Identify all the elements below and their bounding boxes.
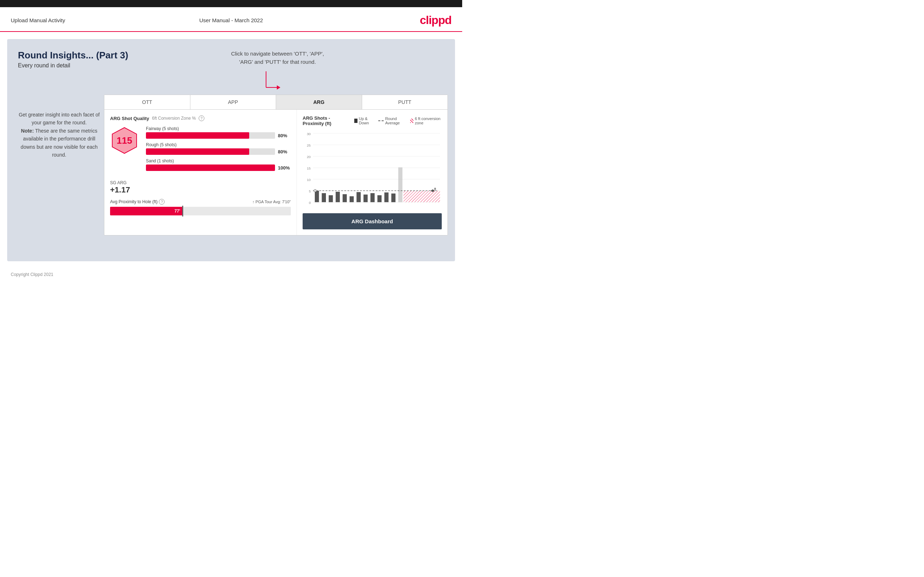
svg-rect-21 <box>336 192 340 202</box>
svg-rect-25 <box>363 195 368 202</box>
legend-roundavg-icon <box>378 121 384 121</box>
svg-text:20: 20 <box>307 155 311 159</box>
shot-row-fairway: Fairway (5 shots) 80% <box>146 126 291 139</box>
sg-section: SG ARG +1.17 <box>110 180 291 195</box>
footer: Copyright Clippd 2021 <box>0 268 462 280</box>
shot-quality-bars: Fairway (5 shots) 80% Rough (5 shots) <box>146 126 291 174</box>
sand-pct: 100% <box>278 165 291 171</box>
arg-dashboard-button[interactable]: ARG Dashboard <box>303 213 442 229</box>
sg-value: +1.17 <box>110 185 291 195</box>
chart-area: 0 5 10 15 20 25 30 <box>303 130 442 210</box>
svg-text:5: 5 <box>309 189 310 193</box>
svg-rect-26 <box>370 193 375 202</box>
svg-text:25: 25 <box>307 143 311 147</box>
hex-score-row: 115 Fairway (5 shots) 80% <box>110 126 291 174</box>
legend-conversion-label: 6 ft conversion zone <box>415 116 442 125</box>
svg-rect-19 <box>321 193 326 202</box>
legend-updown-label: Up & Down <box>359 116 374 125</box>
pga-avg-label: ↑ PGA Tour Avg: 7'10" <box>252 200 291 204</box>
rough-bar-fill <box>146 148 249 155</box>
svg-text:8: 8 <box>434 187 436 191</box>
sg-label: SG ARG <box>110 180 291 185</box>
chart-title: ARG Shots - Proximity (ft) <box>303 115 347 126</box>
rough-pct: 80% <box>278 149 291 155</box>
tab-arg[interactable]: ARG <box>276 95 362 109</box>
hex-score-container: 115 <box>110 126 139 155</box>
svg-rect-20 <box>329 195 333 202</box>
legend-roundavg-label: Round Average <box>385 116 406 125</box>
dashboard-panel: OTT APP ARG PUTT ARG Shot Quality 6ft Co… <box>104 95 448 235</box>
svg-text:30: 30 <box>307 132 311 136</box>
panel-content: ARG Shot Quality 6ft Conversion Zone % ?… <box>104 110 447 235</box>
proximity-bar-fill: 77' <box>110 207 183 215</box>
svg-rect-30 <box>398 168 403 202</box>
section-header: ARG Shot Quality 6ft Conversion Zone % ? <box>110 115 291 121</box>
clippd-logo: clippd <box>420 14 451 27</box>
svg-rect-27 <box>378 195 382 202</box>
arg-chart: 0 5 10 15 20 25 30 <box>303 130 442 209</box>
svg-rect-32 <box>403 191 440 202</box>
hex-score-value: 115 <box>116 135 132 146</box>
manual-date-label: User Manual - March 2022 <box>199 17 263 23</box>
proximity-value: 77' <box>174 209 180 214</box>
copyright-label: Copyright Clippd 2021 <box>11 272 53 277</box>
header: Upload Manual Activity User Manual - Mar… <box>0 7 462 32</box>
svg-rect-22 <box>343 194 347 202</box>
proximity-bar-container: 77' <box>110 207 291 215</box>
upload-manual-label: Upload Manual Activity <box>11 17 65 23</box>
svg-rect-24 <box>356 192 361 202</box>
sand-bar-fill <box>146 164 275 171</box>
fairway-pct: 80% <box>278 133 291 139</box>
legend-conversion-icon <box>410 119 414 123</box>
svg-rect-28 <box>384 192 389 202</box>
sand-bar-container <box>146 164 275 171</box>
tab-app[interactable]: APP <box>191 95 276 109</box>
legend-updown: Up & Down <box>354 116 374 125</box>
navigate-hint: Click to navigate between 'OTT', 'APP', … <box>231 50 324 66</box>
left-section: ARG Shot Quality 6ft Conversion Zone % ?… <box>104 110 297 235</box>
main-content: Round Insights... (Part 3) Every round i… <box>7 39 455 261</box>
svg-text:10: 10 <box>307 178 311 182</box>
svg-rect-29 <box>391 193 396 202</box>
sand-label: Sand (1 shots) <box>146 158 291 163</box>
legend-conversion: 6 ft conversion zone <box>410 116 442 125</box>
rough-label: Rough (5 shots) <box>146 142 291 147</box>
shot-row-rough: Rough (5 shots) 80% <box>146 142 291 155</box>
chart-header: ARG Shots - Proximity (ft) Up & Down Rou… <box>303 115 442 126</box>
conversion-label: 6ft Conversion Zone % <box>152 116 196 121</box>
proximity-info-icon[interactable]: ? <box>159 199 165 205</box>
fairway-label: Fairway (5 shots) <box>146 126 291 131</box>
svg-rect-18 <box>315 191 319 202</box>
fairway-bar-fill <box>146 132 249 139</box>
info-icon[interactable]: ? <box>199 115 204 121</box>
note-bold: Note: <box>21 128 34 134</box>
navigate-hint-line2: 'ARG' and 'PUTT' for that round. <box>239 59 316 65</box>
svg-text:15: 15 <box>307 166 311 170</box>
tabs-row: OTT APP ARG PUTT <box>104 95 447 110</box>
tab-putt[interactable]: PUTT <box>362 95 448 109</box>
shot-row-sand: Sand (1 shots) 100% <box>146 158 291 171</box>
svg-marker-2 <box>277 85 280 90</box>
svg-rect-23 <box>350 197 354 202</box>
right-section: ARG Shots - Proximity (ft) Up & Down Rou… <box>297 110 447 235</box>
top-bar <box>0 0 462 7</box>
legend-roundavg: Round Average <box>378 116 406 125</box>
legend-updown-icon <box>354 119 357 123</box>
proximity-header: Avg Proximity to Hole (ft) ? ↑ PGA Tour … <box>110 199 291 205</box>
tab-ott[interactable]: OTT <box>104 95 191 109</box>
proximity-cursor <box>182 206 183 216</box>
svg-text:0: 0 <box>309 201 311 205</box>
proximity-section: Avg Proximity to Hole (ft) ? ↑ PGA Tour … <box>110 199 291 215</box>
fairway-bar-container <box>146 132 275 139</box>
description-text: Get greater insight into each facet of y… <box>18 111 100 159</box>
shot-quality-label: ARG Shot Quality <box>110 116 149 121</box>
navigate-hint-line1: Click to navigate between 'OTT', 'APP', <box>231 50 324 56</box>
proximity-title: Avg Proximity to Hole (ft) ? <box>110 199 165 205</box>
rough-bar-container <box>146 148 275 155</box>
